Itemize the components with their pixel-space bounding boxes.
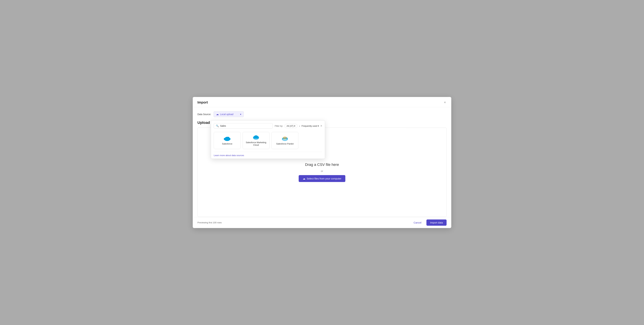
connector-sf-pardot[interactable]: pardot Salesforce Pardot	[272, 132, 298, 149]
svg-text:pardot: pardot	[283, 139, 287, 140]
learn-more-link[interactable]: Learn more about data sources	[214, 154, 244, 157]
sf-pardot-logo: pardot	[281, 136, 288, 141]
data-source-value: Local upload	[220, 113, 233, 116]
connectors-grid: Salesforce	[214, 131, 322, 152]
freq-used-label: Frequently used	[302, 125, 317, 127]
data-source-select[interactable]: ☁ Local upload ▾	[214, 111, 244, 117]
modal-header: Import ×	[193, 97, 451, 107]
connector-salesforce[interactable]: Salesforce	[214, 132, 240, 149]
upload-btn-icon: ☁	[303, 177, 306, 180]
search-box[interactable]: 🔍	[214, 123, 273, 129]
close-filter-button[interactable]: ×	[320, 124, 322, 127]
datasource-dropdown: 🔍 Filter by: All (47) ▾ ↓	[211, 120, 325, 159]
modal-title: Import	[198, 101, 208, 104]
dropdown-top-row: 🔍 Filter by: All (47) ▾ ↓	[214, 123, 322, 129]
footer-actions: Cancel Import data	[410, 219, 446, 226]
upload-cloud-icon: ☁	[216, 113, 219, 116]
search-input[interactable]	[220, 125, 270, 127]
filter-badge-text: All (47)	[286, 125, 294, 127]
salesforce-logo	[224, 136, 231, 141]
connector-sf-marketing[interactable]: Salesforce Marketing Cloud	[242, 132, 270, 149]
dropdown-footer: Learn more about data sources	[214, 152, 322, 159]
sort-icon[interactable]: ↓	[299, 124, 300, 127]
modal-footer: Previewing first 100 rows Cancel Import …	[193, 217, 451, 228]
sf-marketing-logo	[252, 135, 260, 140]
chevron-down-icon: ▾	[240, 113, 241, 116]
filter-row: Filter by: All (47) ▾ ↓ Frequently used …	[275, 124, 322, 128]
freq-used-button[interactable]: Frequently used ▾	[302, 125, 319, 127]
import-button[interactable]: Import data	[426, 219, 446, 226]
select-files-button[interactable]: ☁ Select files from your computer	[299, 175, 346, 182]
search-icon: 🔍	[216, 125, 219, 127]
or-text: or	[321, 170, 323, 172]
data-source-label: Data Source:	[198, 113, 211, 116]
svg-point-5	[227, 137, 230, 139]
connector-sf-marketing-name: Salesforce Marketing Cloud	[245, 141, 267, 146]
close-button[interactable]: ×	[443, 100, 446, 105]
modal-body: Data Source: ☁ Local upload ▾ 🔍	[193, 107, 451, 217]
modal-overlay: Import × Data Source: ☁ Local upload ▾	[0, 0, 644, 325]
svg-point-9	[254, 135, 258, 138]
previewing-text: Previewing first 100 rows	[198, 221, 222, 224]
data-source-row: Data Source: ☁ Local upload ▾ 🔍	[198, 111, 446, 117]
drag-text: Drag a CSV file here	[305, 163, 339, 167]
select-files-label: Select files from your computer	[307, 177, 342, 180]
filter-badge[interactable]: All (47) ▾	[284, 124, 298, 128]
cancel-button[interactable]: Cancel	[410, 219, 424, 226]
freq-used-chevron-icon: ▾	[318, 125, 319, 127]
import-modal: Import × Data Source: ☁ Local upload ▾	[193, 97, 451, 228]
connector-salesforce-name: Salesforce	[222, 143, 232, 145]
connector-sf-pardot-name: Salesforce Pardot	[276, 143, 294, 145]
filter-label: Filter by:	[275, 125, 283, 127]
filter-chevron-icon: ▾	[294, 125, 295, 127]
